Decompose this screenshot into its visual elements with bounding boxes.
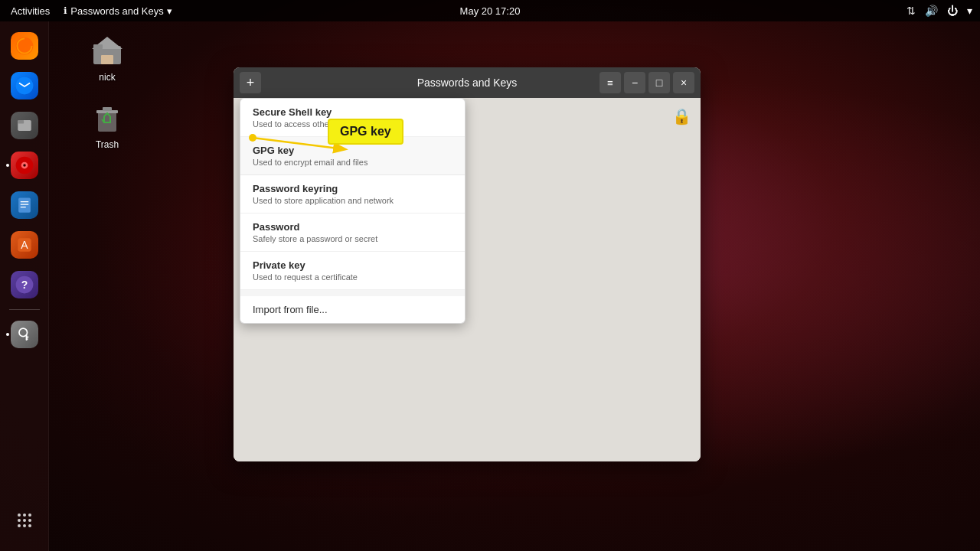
thunderbird-icon [11, 72, 38, 99]
desktop-icon-trash[interactable]: Trash [77, 99, 138, 150]
svg-point-21 [28, 514, 31, 517]
svg-rect-31 [93, 44, 103, 49]
menu-item-ssh-title: Secure Shell key [253, 106, 452, 118]
writer-icon [11, 191, 38, 219]
add-button[interactable]: + [240, 72, 261, 93]
help-icon: ? [11, 271, 38, 298]
gpg-callout: GPG key [328, 119, 403, 145]
appstore-icon: A [11, 231, 38, 259]
lock-icon: 🔒 [672, 107, 691, 126]
menu-item-private[interactable]: Private key Used to request a certificat… [240, 252, 465, 290]
dock: A ? [0, 21, 49, 551]
menu-item-gpg-desc: Used to encrypt email and files [253, 158, 452, 167]
app-indicator-icon: ℹ [64, 5, 67, 16]
passwords-window: + Passwords and Keys ≡ − □ × Secure Shel… [234, 67, 701, 461]
svg-point-20 [23, 514, 26, 517]
passwords-active-dot [6, 333, 9, 336]
home-folder-icon [89, 32, 126, 69]
svg-rect-17 [25, 337, 28, 338]
desktop-icon-home[interactable]: nick [77, 32, 138, 83]
network-icon[interactable]: ⇅ [905, 3, 917, 18]
menu-item-private-desc: Used to request a certificate [253, 272, 452, 282]
svg-point-24 [28, 519, 31, 522]
menu-item-private-title: Private key [253, 259, 452, 271]
svg-point-25 [18, 524, 21, 527]
trash-folder-icon [89, 99, 126, 136]
apps-grid-icon [11, 507, 38, 534]
svg-point-19 [18, 514, 21, 517]
topbar-left: Activities ℹ Passwords and Keys ▾ [6, 4, 172, 18]
dock-apps-grid-button[interactable] [6, 502, 43, 539]
system-menu-icon[interactable]: ▾ [965, 3, 974, 18]
topbar: Activities ℹ Passwords and Keys ▾ May 20… [0, 0, 980, 21]
window-body: Secure Shell key Used to access other co… [234, 98, 701, 461]
files-icon [11, 112, 38, 139]
window-maximize-button[interactable]: □ [648, 72, 670, 93]
topbar-datetime: May 20 17:20 [460, 5, 521, 17]
menu-item-password-desc: Safely store a password or secret [253, 234, 452, 243]
home-folder-label: nick [99, 72, 115, 83]
svg-point-6 [23, 164, 26, 167]
window-minimize-button[interactable]: − [624, 72, 645, 93]
svg-rect-18 [25, 338, 28, 340]
svg-rect-30 [101, 55, 113, 64]
topbar-right: ⇅ 🔊 ⏻ ▾ [905, 3, 974, 18]
dock-item-passwords[interactable] [6, 316, 43, 353]
power-icon[interactable]: ⏻ [946, 3, 959, 18]
dock-item-rhythmbox[interactable] [6, 147, 43, 184]
menu-separator [240, 290, 465, 296]
dock-item-thunderbird[interactable] [6, 67, 43, 104]
svg-point-0 [15, 37, 33, 55]
svg-rect-34 [103, 107, 112, 111]
dock-item-appstore[interactable]: A [6, 227, 43, 263]
dock-divider [9, 309, 40, 310]
dock-item-writer[interactable] [6, 187, 43, 223]
menu-item-import[interactable]: Import from file... [240, 296, 465, 323]
rhythmbox-icon [11, 152, 38, 179]
dock-item-firefox[interactable] [6, 28, 43, 64]
svg-point-26 [23, 524, 26, 527]
window-titlebar: + Passwords and Keys ≡ − □ × [234, 67, 701, 98]
menu-item-password-title: Password [253, 221, 452, 233]
window-title: Passwords and Keys [417, 77, 518, 89]
svg-point-27 [28, 524, 31, 527]
svg-point-23 [23, 519, 26, 522]
app-indicator-arrow: ▾ [167, 5, 172, 17]
menu-item-gpg-title: GPG key [253, 145, 452, 156]
passwords-icon [11, 321, 38, 348]
menu-item-keyring-title: Password keyring [253, 183, 452, 194]
window-controls: ≡ − □ × [599, 72, 694, 93]
svg-point-22 [18, 519, 21, 522]
firefox-icon [11, 32, 38, 60]
app-indicator-name: Passwords and Keys [70, 5, 163, 17]
gpg-callout-box: GPG key [328, 119, 403, 145]
rhythmbox-active-dot [6, 164, 9, 167]
menu-item-password[interactable]: Password Safely store a password or secr… [240, 214, 465, 252]
dock-item-help[interactable]: ? [6, 266, 43, 303]
menu-import-label: Import from file... [253, 304, 452, 315]
volume-icon[interactable]: 🔊 [923, 3, 939, 18]
dock-item-files[interactable] [6, 107, 43, 144]
svg-rect-3 [18, 120, 24, 123]
window-menu-button[interactable]: ≡ [599, 72, 621, 93]
app-indicator[interactable]: ℹ Passwords and Keys ▾ [64, 5, 172, 17]
svg-rect-7 [18, 197, 31, 212]
activities-button[interactable]: Activities [6, 4, 54, 18]
menu-item-keyring[interactable]: Password keyring Used to store applicati… [240, 175, 465, 214]
trash-folder-label: Trash [96, 139, 119, 150]
svg-text:?: ? [21, 279, 28, 291]
menu-item-keyring-desc: Used to store application and network [253, 196, 452, 205]
window-close-button[interactable]: × [673, 72, 694, 93]
svg-text:A: A [21, 239, 28, 251]
